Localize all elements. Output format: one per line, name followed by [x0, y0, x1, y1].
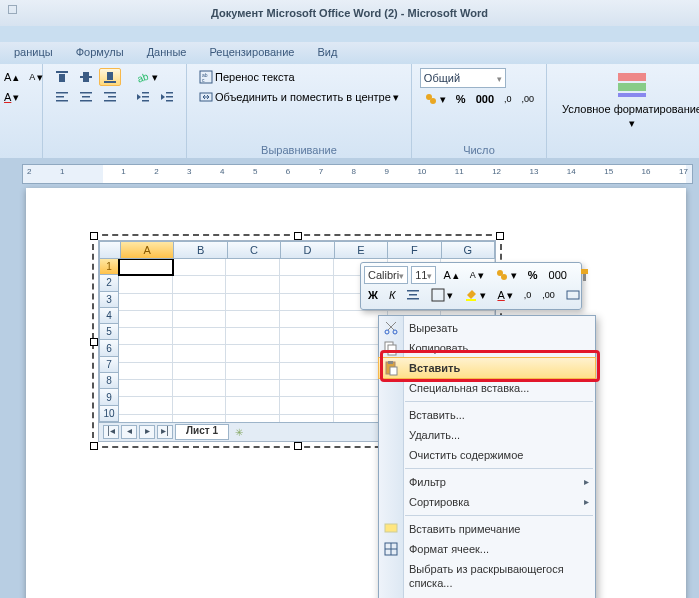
row-header[interactable]: 10: [99, 406, 119, 422]
align-right-button[interactable]: [99, 88, 121, 106]
mini-font-dropdown[interactable]: Calibri▾: [364, 266, 408, 284]
tab-review[interactable]: Рецензирование: [199, 42, 304, 62]
cell[interactable]: [173, 380, 227, 396]
cell[interactable]: [226, 311, 280, 327]
horizontal-ruler[interactable]: 211234567891011121314151617: [22, 164, 693, 184]
cell[interactable]: [173, 328, 227, 344]
mini-grow-button[interactable]: A▴: [439, 266, 462, 284]
select-all-corner[interactable]: [99, 241, 121, 259]
conditional-formatting-button[interactable]: Условное форматирование▾: [555, 68, 699, 130]
column-header[interactable]: C: [228, 241, 281, 259]
cell[interactable]: [226, 294, 280, 310]
cell[interactable]: [119, 345, 173, 361]
column-header[interactable]: D: [281, 241, 334, 259]
percent-button[interactable]: %: [452, 90, 470, 108]
font-grow-button[interactable]: A▴: [0, 68, 23, 86]
ctx-delete[interactable]: Удалить...: [379, 425, 595, 445]
mini-align-center-button[interactable]: [402, 286, 424, 304]
tab-pages[interactable]: раницы: [4, 42, 63, 62]
cell[interactable]: [119, 294, 173, 310]
cell[interactable]: [280, 259, 334, 275]
resize-handle[interactable]: [90, 232, 98, 240]
mini-format-painter-button[interactable]: [574, 266, 596, 284]
mini-size-dropdown[interactable]: 11▾: [411, 266, 436, 284]
cell[interactable]: [173, 276, 227, 292]
cell[interactable]: [173, 294, 227, 310]
cell[interactable]: [119, 380, 173, 396]
ctx-cut[interactable]: Вырезать: [379, 318, 595, 338]
cell[interactable]: [119, 328, 173, 344]
cell[interactable]: [119, 311, 173, 327]
cell[interactable]: [280, 311, 334, 327]
new-sheet-button[interactable]: ✳: [235, 427, 243, 438]
ctx-pick-from-list[interactable]: Выбрать из раскрывающегося списка...: [379, 559, 595, 593]
row-header[interactable]: 5: [99, 324, 119, 340]
merge-center-button[interactable]: Объединить и поместить в центре▾: [195, 88, 403, 106]
cell[interactable]: [173, 345, 227, 361]
ctx-paste-special[interactable]: Специальная вставка...: [379, 378, 595, 398]
sheet-nav-next[interactable]: ▸: [139, 425, 155, 439]
mini-merge-button[interactable]: [562, 286, 584, 304]
cell[interactable]: [226, 380, 280, 396]
row-header[interactable]: 8: [99, 373, 119, 389]
ctx-filter[interactable]: Фильтр: [379, 472, 595, 492]
align-left-button[interactable]: [51, 88, 73, 106]
tab-data[interactable]: Данные: [137, 42, 197, 62]
cell[interactable]: [280, 397, 334, 413]
mini-inc-decimal-button[interactable]: ,0: [520, 286, 536, 304]
align-top-button[interactable]: [51, 68, 73, 86]
cell[interactable]: [173, 311, 227, 327]
ctx-insert[interactable]: Вставить...: [379, 405, 595, 425]
comma-button[interactable]: 000: [472, 90, 498, 108]
currency-button[interactable]: ▾: [420, 90, 450, 108]
ctx-format-cells[interactable]: Формат ячеек...: [379, 539, 595, 559]
align-center-button[interactable]: [75, 88, 97, 106]
resize-handle[interactable]: [294, 232, 302, 240]
qat-button[interactable]: [8, 5, 17, 14]
indent-decrease-button[interactable]: [132, 88, 154, 106]
cell[interactable]: [173, 415, 227, 422]
sheet-nav-first[interactable]: |◂: [103, 425, 119, 439]
column-header[interactable]: E: [335, 241, 388, 259]
cell[interactable]: [226, 363, 280, 379]
mini-percent-button[interactable]: %: [524, 266, 542, 284]
row-header[interactable]: 9: [99, 389, 119, 405]
column-header[interactable]: G: [442, 241, 495, 259]
sheet-tab[interactable]: Лист 1: [175, 424, 229, 440]
mini-font-color-button[interactable]: А▾: [493, 286, 516, 304]
column-header[interactable]: B: [174, 241, 227, 259]
resize-handle[interactable]: [90, 442, 98, 450]
row-header[interactable]: 2: [99, 275, 119, 291]
cell[interactable]: [173, 363, 227, 379]
indent-increase-button[interactable]: [156, 88, 178, 106]
tab-view[interactable]: Вид: [308, 42, 348, 62]
row-header[interactable]: 7: [99, 357, 119, 373]
cell[interactable]: [226, 397, 280, 413]
mini-shrink-button[interactable]: A▾: [466, 266, 488, 284]
cell[interactable]: [280, 380, 334, 396]
ctx-clear[interactable]: Очистить содержимое: [379, 445, 595, 465]
align-middle-button[interactable]: [75, 68, 97, 86]
sheet-nav-prev[interactable]: ◂: [121, 425, 137, 439]
cell[interactable]: [119, 363, 173, 379]
increase-decimal-button[interactable]: ,0: [500, 90, 516, 108]
row-header[interactable]: 3: [99, 292, 119, 308]
wrap-text-button[interactable]: abc Перенос текста: [195, 68, 299, 86]
cell[interactable]: [280, 415, 334, 422]
row-header[interactable]: 4: [99, 308, 119, 324]
tab-formulas[interactable]: Формулы: [66, 42, 134, 62]
cell[interactable]: [173, 259, 227, 275]
mini-dec-decimal-button[interactable]: ,00: [538, 286, 559, 304]
cell[interactable]: [119, 415, 173, 422]
mini-italic-button[interactable]: К: [385, 286, 399, 304]
cell[interactable]: [119, 276, 173, 292]
mini-bold-button[interactable]: Ж: [364, 286, 382, 304]
decrease-decimal-button[interactable]: ,00: [518, 90, 539, 108]
cell[interactable]: [226, 328, 280, 344]
mini-borders-button[interactable]: ▾: [427, 286, 457, 304]
cell[interactable]: [226, 345, 280, 361]
cell[interactable]: [226, 259, 280, 275]
mini-fill-color-button[interactable]: ▾: [460, 286, 490, 304]
cell[interactable]: [280, 345, 334, 361]
orientation-button[interactable]: ab▾: [132, 68, 162, 86]
